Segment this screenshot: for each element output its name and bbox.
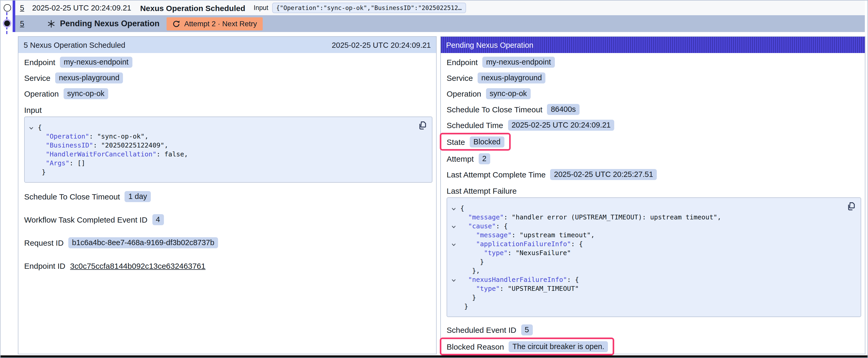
field-value-badge: 2025-02-25 UTC 20:25:27.51 [550, 169, 657, 180]
detail-bottom-divider [1, 355, 867, 357]
retry-status-badge: Attempt 2 · Next Retry [166, 17, 263, 30]
code-line: "BusinessID": "20250225122409", [29, 141, 414, 150]
field-value-badge: b1c6a4bc-8ee7-468a-9169-df3b02c8737b [68, 237, 218, 248]
field-row: Schedule To Close Timeout1 day [24, 185, 432, 208]
code-line-text: } [38, 167, 46, 176]
field-row: Servicenexus-playground [24, 70, 432, 86]
chevron-spacer [29, 150, 38, 159]
field-value-badge: 86400s [547, 104, 580, 115]
field-row: Endpointmy-nexus-endpoint [24, 54, 432, 70]
copy-icon[interactable] [419, 121, 427, 130]
event-timestamp: 2025-02-25 UTC 20:24:09.21 [32, 4, 131, 12]
event-detail-panel-scheduled: 5 Nexus Operation Scheduled 2025-02-25 U… [18, 36, 437, 354]
code-line: "message": "upstream timeout", [451, 230, 843, 239]
field-row: Operationsync-op-ok [24, 86, 432, 101]
input-json-viewer: {"Operation": "sync-op-ok","BusinessID":… [24, 117, 432, 183]
code-line-text: } [460, 257, 484, 266]
code-line-text: "Args": [] [38, 159, 85, 167]
input-section-label: Input [24, 104, 432, 116]
field-label: State [446, 137, 465, 146]
code-line-text: "cause": { [460, 222, 508, 230]
asterisk-icon [47, 20, 55, 28]
workflow-event-history-view: 5 2025-02-25 UTC 20:24:09.21 Nexus Opera… [0, 0, 868, 358]
active-event-accent-bar [12, 1, 15, 32]
field-value-badge: 5 [521, 324, 532, 335]
endpoint-id-row: Endpoint ID 3c0c75ccfa8144b092c13ce63246… [24, 254, 432, 277]
field-row: Attempt2 [446, 151, 861, 166]
field-label: Operation [446, 89, 481, 98]
code-line-text: "HandlerWaitForCancellation": false, [38, 150, 188, 159]
code-lines: {"Operation": "sync-op-ok","BusinessID":… [29, 123, 414, 176]
collapse-chevron-icon[interactable] [451, 275, 460, 284]
field-label: Service [24, 73, 51, 82]
chevron-spacer [451, 284, 460, 293]
field-value-badge: 2025-02-25 UTC 20:24:09.21 [508, 120, 614, 130]
code-line-text: { [460, 204, 464, 213]
field-value-badge: nexus-playground [55, 72, 123, 83]
event-id-link[interactable]: 5 [20, 4, 24, 12]
field-row: Servicenexus-playground [446, 70, 861, 86]
code-line: "applicationFailureInfo": { [451, 239, 843, 248]
field-label: Operation [24, 89, 59, 98]
event-row-nexus-operation-scheduled[interactable]: 5 2025-02-25 UTC 20:24:09.21 Nexus Opera… [15, 1, 865, 15]
field-label: Endpoint [24, 58, 55, 66]
field-row: Schedule To Close Timeout86400s [446, 101, 861, 117]
field-row: Operationsync-op-ok [446, 86, 861, 101]
blocked-reason-badge: The circuit breaker is open. [508, 341, 608, 352]
field-label: Endpoint ID [24, 261, 65, 270]
code-line-text: "nexusHandlerFailureInfo": { [460, 275, 579, 284]
field-value-badge: nexus-playground [477, 72, 546, 83]
pending-operation-title: Pending Nexus Operation [60, 19, 159, 28]
code-line: "Operation": "sync-op-ok", [29, 132, 414, 141]
field-group-bottom: Schedule To Close Timeout1 dayWorkflow T… [24, 185, 432, 254]
event-row-pending-nexus-operation[interactable]: 5 Pending Nexus Operation Attempt 2 · Ne… [15, 15, 865, 32]
code-line: }, [451, 266, 843, 275]
collapse-chevron-icon[interactable] [451, 222, 460, 230]
field-label: Attempt [446, 154, 474, 163]
code-line-text: "Operation": "sync-op-ok", [38, 132, 149, 141]
copy-icon[interactable] [847, 202, 856, 210]
collapse-chevron-icon[interactable] [451, 239, 460, 248]
chevron-spacer [451, 248, 460, 257]
event-id-link[interactable]: 5 [20, 20, 24, 28]
field-label: Service [446, 73, 473, 82]
code-line: "message": "handler error (UPSTREAM_TIME… [451, 213, 843, 222]
field-label: Last Attempt Complete Time [446, 170, 546, 179]
field-label: Scheduled Event ID [446, 325, 516, 334]
panel-title: 5 Nexus Operation Scheduled [24, 41, 125, 49]
field-value-badge: 1 day [125, 191, 151, 202]
collapse-chevron-icon[interactable] [29, 123, 38, 132]
code-line-text: } [460, 293, 476, 302]
code-line: { [29, 123, 414, 132]
field-group-top: Endpointmy-nexus-endpointServicenexus-pl… [446, 54, 861, 133]
code-line-text: { [38, 123, 42, 132]
panel-header: 5 Nexus Operation Scheduled 2025-02-25 U… [19, 37, 436, 53]
field-value-badge: 2 [478, 153, 490, 164]
code-line-text: "applicationFailureInfo": { [460, 239, 583, 248]
failure-section-label: Last Attempt Failure [446, 185, 861, 196]
retry-icon [172, 20, 180, 28]
endpoint-id-link[interactable]: 3c0c75ccfa8144b092c13ce632463761 [70, 261, 206, 270]
retry-badge-text: Attempt 2 · Next Retry [184, 20, 257, 28]
code-line-text: "type": "NexusFailure" [460, 248, 571, 257]
code-line-text: "message": "handler error (UPSTREAM_TIME… [460, 213, 721, 222]
blocked-reason-field-annotated: Blocked Reason The circuit breaker is op… [446, 339, 608, 353]
chevron-spacer [29, 167, 38, 176]
code-line: "type": "NexusFailure" [451, 248, 843, 257]
code-line: } [29, 167, 414, 176]
code-line: } [451, 293, 843, 302]
chevron-spacer [29, 132, 38, 141]
collapse-chevron-icon[interactable] [451, 204, 460, 213]
chevron-spacer [451, 293, 460, 302]
failure-json-viewer: {"message": "handler error (UPSTREAM_TIM… [446, 197, 861, 317]
timeline-marker-current-icon [4, 21, 10, 26]
field-value-badge: my-nexus-endpoint [482, 57, 555, 67]
chevron-spacer [29, 159, 38, 167]
field-label: Schedule To Close Timeout [446, 105, 542, 113]
field-label: Scheduled Time [446, 121, 503, 129]
input-preview-badge: {"Operation":"sync-op-ok","BusinessID":"… [272, 3, 466, 13]
panel-header-striped: Pending Nexus Operation [441, 37, 865, 53]
field-value-badge: my-nexus-endpoint [60, 57, 132, 67]
timeline-marker-open-icon [4, 4, 11, 11]
code-line: "Args": [] [29, 159, 414, 167]
